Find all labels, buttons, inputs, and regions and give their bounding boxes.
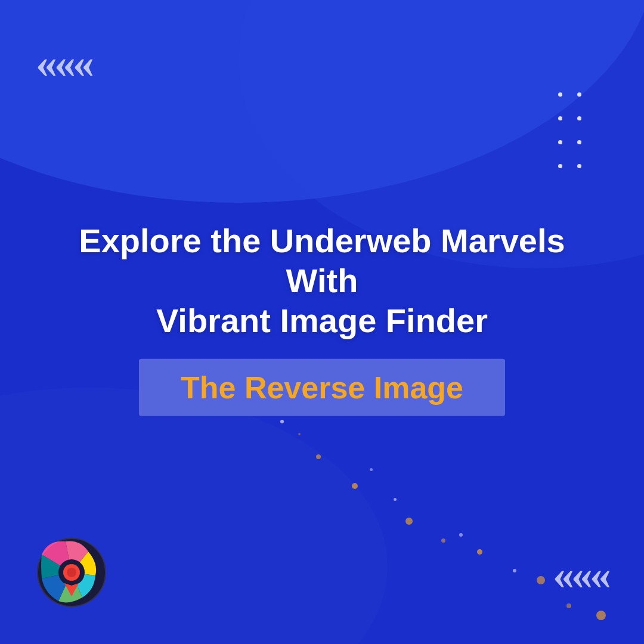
sparkle-14 [298,433,301,435]
quote-marks-bottom-right: ««« [553,553,608,596]
svg-point-6 [67,568,76,577]
sparkle-1 [280,420,284,423]
dot-5 [558,140,562,144]
dot-2 [577,92,581,97]
sparkle-6 [441,538,445,543]
headline-line1: Explore the Underweb Marvels With [79,222,565,299]
sparkle-13 [459,533,463,537]
sparkle-7 [477,549,482,555]
dot-1 [558,92,562,97]
sparkle-12 [370,468,373,471]
headline-line2: Vibrant Image Finder [156,302,488,339]
logo-container [36,537,107,608]
sparkle-11 [596,611,606,620]
dot-6 [577,140,581,144]
main-canvas: ««« Explore the Underweb Marvels With Vi… [0,0,644,644]
dot-4 [577,116,581,120]
sparkle-3 [352,483,358,489]
dot-7 [558,164,562,168]
sparkle-8 [513,569,516,572]
main-content-block: Explore the Underweb Marvels With Vibran… [78,221,566,416]
dot-3 [558,116,562,120]
dot-grid-decoration [558,92,584,176]
sparkle-10 [566,603,571,608]
headline: Explore the Underweb Marvels With Vibran… [78,221,566,341]
logo-svg [36,537,107,608]
quote-marks-top-left: ««« [36,42,91,85]
highlight-box: The Reverse Image [139,358,505,416]
highlight-text: The Reverse Image [181,370,463,404]
sparkle-4 [394,498,397,501]
sparkle-5 [405,518,413,525]
dot-8 [577,164,581,168]
sparkle-9 [537,576,545,584]
sparkle-2 [316,454,321,459]
